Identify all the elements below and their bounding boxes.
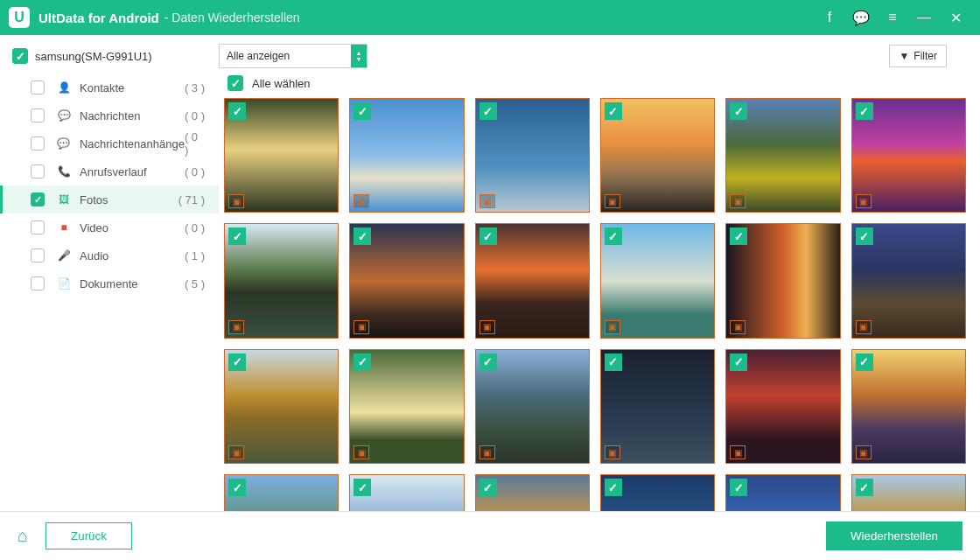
feedback-icon[interactable]: 💬 [845,0,877,35]
close-icon[interactable]: ✕ [940,0,971,35]
thumb-checkbox[interactable]: ✓ [730,102,747,120]
thumb-checkbox[interactable]: ✓ [228,479,246,496]
category-icon: 🎤 [57,249,71,262]
thumb-checkbox[interactable]: ✓ [605,102,622,120]
device-name: samsung(SM-G991U1) [35,50,152,63]
photo-thumbnail[interactable]: ✓▣ [725,349,840,464]
sidebar-checkbox[interactable] [31,80,45,94]
sidebar-checkbox[interactable] [31,192,45,206]
category-icon: 📄 [57,277,71,290]
photo-thumbnail[interactable]: ✓▣ [224,98,339,213]
filter-label: Filter [914,50,937,62]
photo-thumbnail[interactable]: ✓▣ [851,349,966,464]
photo-thumbnail[interactable]: ✓▣ [475,98,590,213]
thumb-checkbox[interactable]: ✓ [480,102,497,120]
sidebar-checkbox[interactable] [31,164,45,178]
sidebar-checkbox[interactable] [31,220,45,234]
sidebar-item-kontakte[interactable]: 👤Kontakte( 3 ) [0,74,219,102]
back-button[interactable]: Zurück [46,522,132,550]
thumb-checkbox[interactable]: ✓ [856,354,873,371]
image-type-icon: ▣ [605,445,620,459]
thumb-checkbox[interactable]: ✓ [856,102,873,120]
thumb-checkbox[interactable]: ✓ [730,228,747,245]
sidebar-count: ( 71 ) [178,193,205,206]
sidebar-label: Anrufsverlauf [80,165,185,178]
photo-thumbnail[interactable]: ✓▣ [600,474,715,511]
sidebar-item-video[interactable]: ■Video( 0 ) [0,214,219,242]
photo-thumbnail[interactable]: ✓▣ [725,223,840,338]
thumb-checkbox[interactable]: ✓ [605,479,622,496]
category-icon: 💬 [57,109,71,122]
photo-thumbnail[interactable]: ✓▣ [600,98,715,213]
select-arrows-icon: ▲▼ [351,45,367,67]
sidebar-item-audio[interactable]: 🎤Audio( 1 ) [0,242,219,270]
thumb-checkbox[interactable]: ✓ [856,228,873,245]
photo-thumbnail[interactable]: ✓▣ [349,98,464,213]
sidebar-count: ( 1 ) [185,249,205,262]
facebook-icon[interactable]: f [814,0,845,35]
sidebar-label: Dokumente [80,277,185,290]
home-icon[interactable]: ⌂ [18,526,28,546]
thumb-checkbox[interactable]: ✓ [354,354,371,371]
sidebar-count: ( 0 ) [185,165,205,178]
thumb-checkbox[interactable]: ✓ [354,102,371,120]
photo-thumbnail[interactable]: ✓▣ [349,223,464,338]
image-type-icon: ▣ [480,194,495,208]
sidebar-label: Video [80,221,185,234]
photo-thumbnail[interactable]: ✓▣ [475,223,590,338]
sidebar-checkbox[interactable] [31,136,45,150]
photo-thumbnail[interactable]: ✓▣ [224,349,339,464]
sidebar-label: Nachrichten [80,109,185,122]
thumb-checkbox[interactable]: ✓ [228,228,246,245]
minimize-icon[interactable]: — [908,0,940,35]
sidebar-count: ( 5 ) [185,277,205,290]
sidebar-item-dokumente[interactable]: 📄Dokumente( 5 ) [0,270,219,298]
photo-thumbnail[interactable]: ✓▣ [224,223,339,338]
thumb-checkbox[interactable]: ✓ [856,479,873,496]
photo-thumbnail[interactable]: ✓▣ [600,349,715,464]
thumb-checkbox[interactable]: ✓ [354,479,371,496]
menu-icon[interactable]: ≡ [877,0,908,35]
sidebar-checkbox[interactable] [31,248,45,262]
sidebar-item-anrufsverlauf[interactable]: 📞Anrufsverlauf( 0 ) [0,158,219,186]
recover-button[interactable]: Wiederherstellen [826,522,962,550]
sidebar-item-nachrichtenanhänge[interactable]: 💬Nachrichtenanhänge( 0 ) [0,130,219,158]
photo-thumbnail[interactable]: ✓▣ [349,349,464,464]
select-all-checkbox[interactable] [228,75,243,91]
app-logo: U [9,7,30,28]
photo-thumbnail[interactable]: ✓▣ [851,223,966,338]
thumb-checkbox[interactable]: ✓ [730,479,747,496]
thumb-checkbox[interactable]: ✓ [480,228,497,245]
photo-thumbnail[interactable]: ✓▣ [851,98,966,213]
photo-thumbnail[interactable]: ✓▣ [725,98,840,213]
photo-thumbnail[interactable]: ✓▣ [475,474,590,511]
photo-thumbnail[interactable]: ✓▣ [600,223,715,338]
photo-thumbnail[interactable]: ✓▣ [475,349,590,464]
sidebar-checkbox[interactable] [31,108,45,122]
sidebar-checkbox[interactable] [31,276,45,290]
photo-thumbnail[interactable]: ✓▣ [725,474,840,511]
photo-thumbnail[interactable]: ✓▣ [224,474,339,511]
thumb-checkbox[interactable]: ✓ [228,354,246,371]
image-type-icon: ▣ [730,445,746,459]
thumb-checkbox[interactable]: ✓ [228,102,246,120]
view-select[interactable]: Alle anzeigen ▲▼ [219,44,368,68]
select-all-label: Alle wählen [252,77,311,90]
thumb-checkbox[interactable]: ✓ [605,228,622,245]
filter-button[interactable]: ▼ Filter [889,45,947,67]
device-checkbox[interactable] [12,48,28,64]
category-icon: 📞 [57,165,71,178]
footer: ⌂ Zurück Wiederherstellen [0,511,980,560]
thumb-checkbox[interactable]: ✓ [605,354,622,371]
thumb-checkbox[interactable]: ✓ [730,354,747,371]
thumb-checkbox[interactable]: ✓ [354,228,371,245]
sidebar-item-nachrichten[interactable]: 💬Nachrichten( 0 ) [0,102,219,130]
thumb-checkbox[interactable]: ✓ [480,354,497,371]
photo-thumbnail[interactable]: ✓▣ [851,474,966,511]
sidebar-item-fotos[interactable]: 🖼Fotos( 71 ) [0,186,219,214]
photo-thumbnail[interactable]: ✓▣ [349,474,464,511]
device-selector[interactable]: samsung(SM-G991U1) [12,48,219,64]
select-all-row[interactable]: Alle wählen [224,75,975,98]
thumbnail-scroll[interactable]: ✓▣✓▣✓▣✓▣✓▣✓▣✓▣✓▣✓▣✓▣✓▣✓▣✓▣✓▣✓▣✓▣✓▣✓▣✓▣✓▣… [224,98,975,511]
thumb-checkbox[interactable]: ✓ [480,479,497,496]
